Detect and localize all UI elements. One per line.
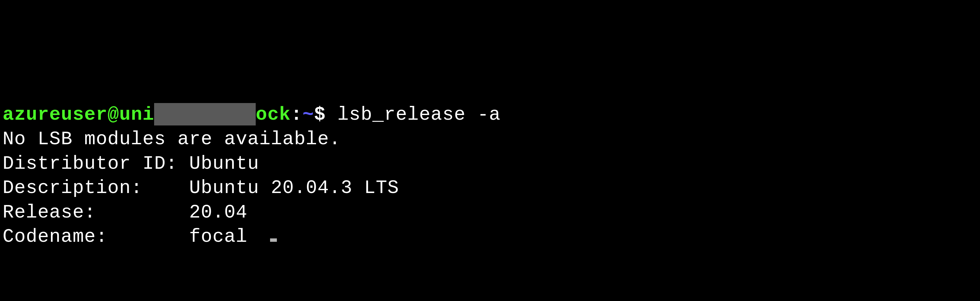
distributor-label: Distributor ID:	[3, 153, 178, 174]
codename-value: focal	[108, 226, 248, 247]
prompt-user: azureuser	[3, 104, 108, 125]
output-line-distributor: Distributor ID: Ubuntu	[3, 152, 977, 176]
distributor-value: Ubuntu	[178, 153, 259, 174]
codename-label: Codename:	[3, 226, 108, 247]
command-input[interactable]: lsb_release -a	[326, 104, 501, 125]
redacted-hostname	[154, 103, 256, 125]
terminal-window[interactable]: azureuser@uniock:~$ lsb_release -aNo LSB…	[3, 103, 977, 249]
release-label: Release:	[3, 202, 96, 223]
description-label: Description:	[3, 177, 143, 199]
prompt-separator: :	[291, 104, 302, 125]
description-value: Ubuntu 20.04.3 LTS	[143, 177, 399, 199]
prompt-at: @	[108, 104, 119, 125]
prompt-path: ~	[302, 104, 314, 125]
cursor-icon	[270, 238, 277, 242]
output-line-codename: Codename: focal	[3, 225, 977, 249]
output-line-release: Release: 20.04	[3, 201, 977, 225]
prompt-host-suffix: ock	[256, 104, 291, 125]
prompt-line: azureuser@uniock:~$ lsb_release -a	[3, 103, 977, 127]
prompt-host-prefix: uni	[119, 104, 154, 125]
output-line-description: Description: Ubuntu 20.04.3 LTS	[3, 176, 977, 201]
release-value: 20.04	[96, 202, 247, 223]
output-line-1: No LSB modules are available.	[3, 127, 977, 152]
prompt-symbol: $	[314, 104, 326, 125]
